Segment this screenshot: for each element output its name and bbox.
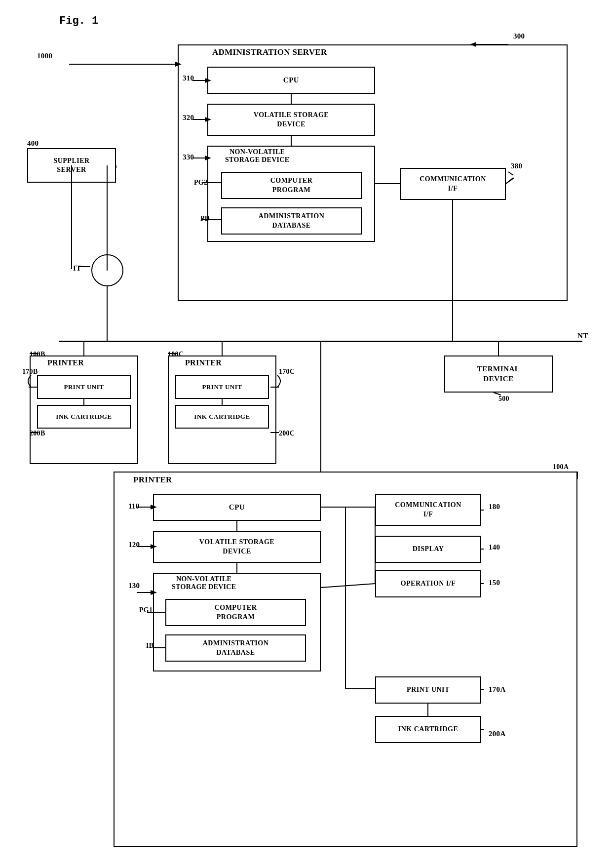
svg-marker-45 bbox=[151, 505, 157, 510]
svg-marker-35 bbox=[205, 78, 211, 83]
connector-lines bbox=[0, 0, 612, 868]
svg-marker-3 bbox=[175, 62, 182, 67]
svg-line-63 bbox=[494, 393, 501, 395]
svg-line-28 bbox=[508, 172, 513, 175]
svg-marker-5 bbox=[470, 42, 476, 47]
svg-line-40 bbox=[506, 178, 514, 184]
svg-marker-37 bbox=[205, 117, 211, 122]
svg-line-22 bbox=[321, 584, 375, 588]
svg-marker-49 bbox=[151, 590, 157, 595]
svg-marker-47 bbox=[151, 544, 157, 549]
svg-marker-39 bbox=[205, 156, 211, 160]
